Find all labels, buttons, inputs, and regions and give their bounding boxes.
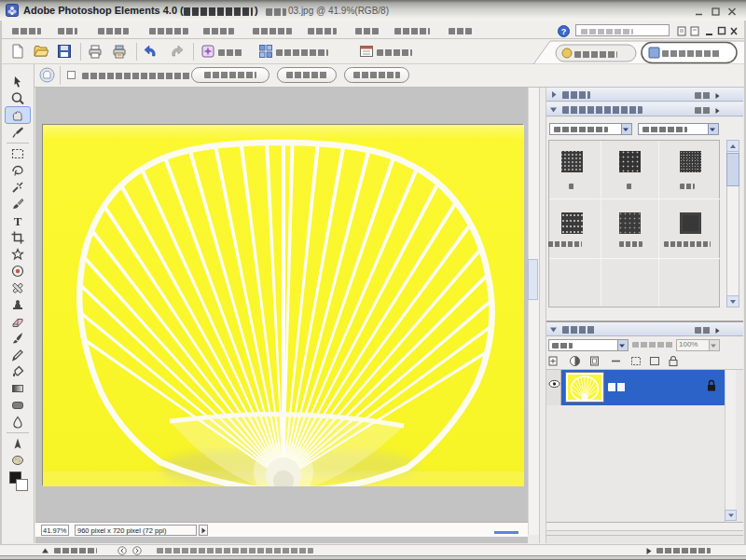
svg-text:?: ?	[561, 27, 567, 36]
svg-text:T: T	[14, 214, 22, 228]
